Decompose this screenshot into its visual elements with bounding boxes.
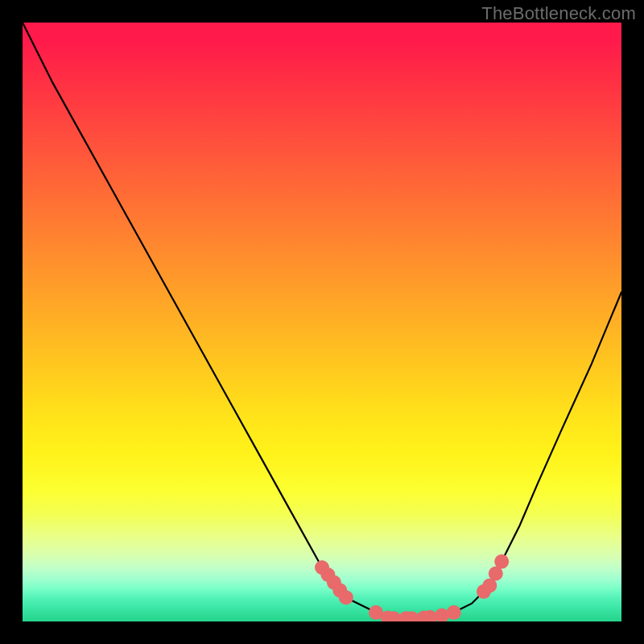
chart-frame: TheBottleneck.com bbox=[0, 0, 644, 644]
curve-marker bbox=[435, 609, 449, 621]
curve-marker bbox=[447, 605, 461, 620]
bottleneck-curve bbox=[23, 23, 621, 618]
curve-marker bbox=[339, 590, 353, 605]
curve-marker bbox=[494, 555, 509, 569]
chart-svg bbox=[23, 23, 621, 621]
watermark-text: TheBottleneck.com bbox=[481, 3, 636, 24]
curve-markers bbox=[315, 555, 509, 621]
plot-area bbox=[23, 23, 621, 621]
